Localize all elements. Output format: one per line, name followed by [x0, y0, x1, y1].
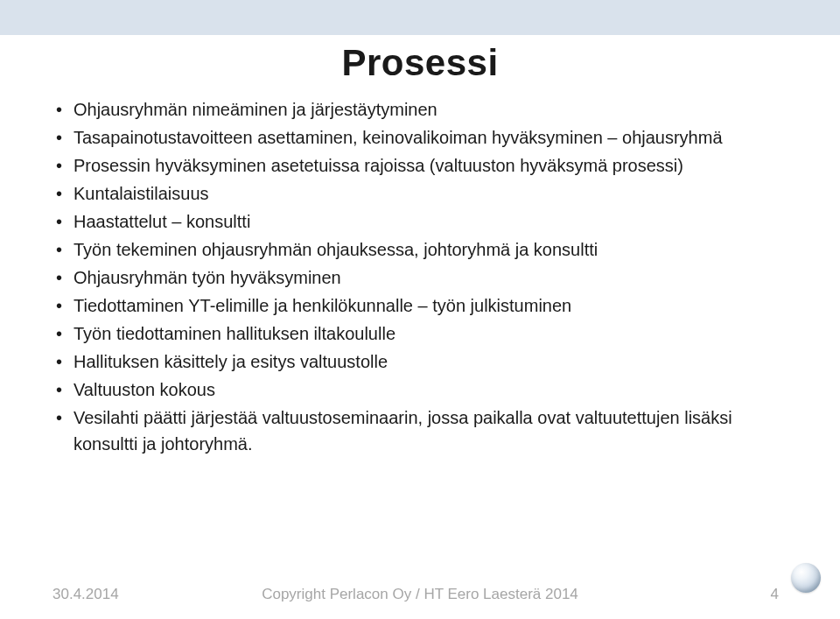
footer-page-number: 4: [771, 586, 779, 603]
title-area: Prosessi: [0, 37, 840, 84]
bullet-list: Ohjausryhmän nimeäminen ja järjestäytymi…: [52, 96, 788, 457]
list-item: Tasapainotustavoitteen asettaminen, kein…: [52, 124, 788, 151]
decorative-orb-icon: [791, 563, 821, 593]
list-item: Vesilahti päätti järjestää valtuustosemi…: [52, 404, 788, 457]
footer-copyright: Copyright Perlacon Oy / HT Eero Laesterä…: [0, 586, 840, 603]
list-item: Työn tekeminen ohjausryhmän ohjauksessa,…: [52, 236, 788, 263]
list-item: Kuntalaistilaisuus: [52, 180, 788, 207]
list-item: Hallituksen käsittely ja esitys valtuust…: [52, 348, 788, 375]
list-item: Valtuuston kokous: [52, 376, 788, 403]
list-item: Ohjausryhmän nimeäminen ja järjestäytymi…: [52, 96, 788, 123]
list-item: Työn tiedottaminen hallituksen iltakoulu…: [52, 320, 788, 347]
list-item: Haastattelut – konsultti: [52, 208, 788, 235]
top-decorative-band: [0, 0, 840, 37]
footer: 30.4.2014 Copyright Perlacon Oy / HT Eer…: [0, 577, 840, 603]
list-item: Ohjausryhmän työn hyväksyminen: [52, 264, 788, 291]
list-item: Tiedottaminen YT-elimille ja henkilökunn…: [52, 292, 788, 319]
content-area: Ohjausryhmän nimeäminen ja järjestäytymi…: [52, 96, 788, 459]
list-item: Prosessin hyväksyminen asetetuissa rajoi…: [52, 152, 788, 179]
page-title: Prosessi: [341, 42, 498, 84]
slide: Prosessi Ohjausryhmän nimeäminen ja järj…: [0, 0, 840, 619]
